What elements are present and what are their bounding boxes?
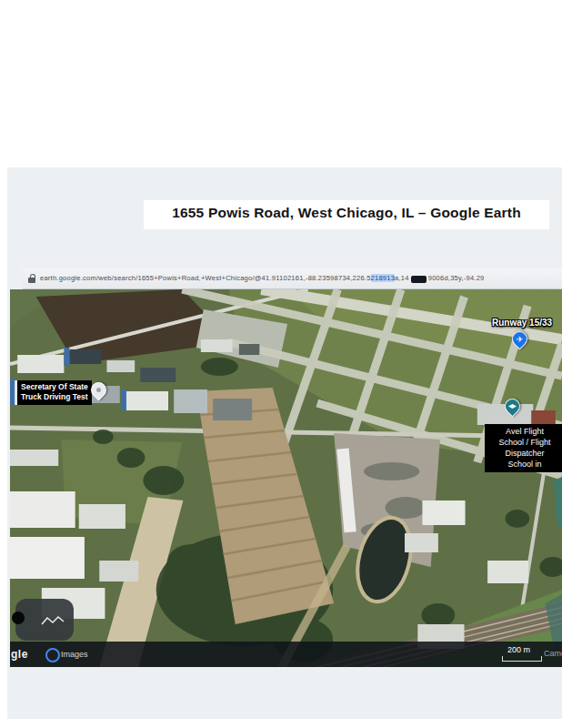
driving-test-label-line1: Secretary Of State	[21, 382, 88, 392]
driving-test-label-line2: Truck Driving Test	[21, 392, 88, 402]
school-label-line2: School / Flight	[488, 437, 561, 448]
school-label-line3: Dispatcher	[488, 448, 561, 459]
map-canvas[interactable]: Runway 15/33 ✈ Secretary Of State Truck …	[23, 289, 562, 667]
page-title: 1655 Powis Road, West Chicago, IL – Goog…	[144, 205, 549, 221]
location-pin-icon	[92, 383, 105, 397]
runway-label[interactable]: Runway 15/33	[492, 318, 552, 328]
url-mid: a,14	[395, 274, 409, 282]
graduation-cap-icon	[506, 399, 519, 413]
scale-label: 200 m	[507, 645, 530, 654]
aerial-imagery	[10, 289, 562, 667]
url-redaction-mark	[411, 276, 427, 283]
browser-screenshot: earth.google.com/web/search/1655+Powis+R…	[23, 268, 562, 667]
url-prefix: earth.google.com/web/search/1655+Powis+R…	[40, 274, 371, 282]
google-logo-partial[interactable]: gle	[11, 648, 28, 661]
title-band: 1655 Powis Road, West Chicago, IL – Goog…	[144, 200, 549, 229]
browser-url-bar[interactable]: earth.google.com/web/search/1655+Powis+R…	[23, 268, 562, 289]
airplane-icon: ✈	[513, 332, 527, 346]
driving-test-label[interactable]: Secretary Of State Truck Driving Test	[17, 380, 92, 405]
url-selected-text: 218913	[371, 274, 396, 282]
school-label-line4: School in	[488, 459, 561, 470]
polyline-icon	[41, 614, 65, 627]
url-suffix: 9006d,35y,-94.29	[428, 274, 485, 282]
camera-label: Camera	[544, 649, 562, 658]
status-bar: gle Images 200 m Camera	[10, 642, 562, 667]
pin-dot	[12, 612, 25, 624]
url-text[interactable]: earth.google.com/web/search/1655+Powis+R…	[40, 274, 485, 282]
images-label[interactable]: Images	[61, 650, 88, 659]
school-label[interactable]: Avel Flight School / Flight Dispatcher S…	[485, 424, 562, 472]
images-ring-icon[interactable]	[45, 648, 60, 662]
lock-icon	[28, 278, 35, 283]
school-label-line1: Avel Flight	[488, 426, 561, 437]
scale-bar	[502, 656, 542, 662]
scan-background: 1655 Powis Road, West Chicago, IL – Goog…	[0, 0, 562, 728]
